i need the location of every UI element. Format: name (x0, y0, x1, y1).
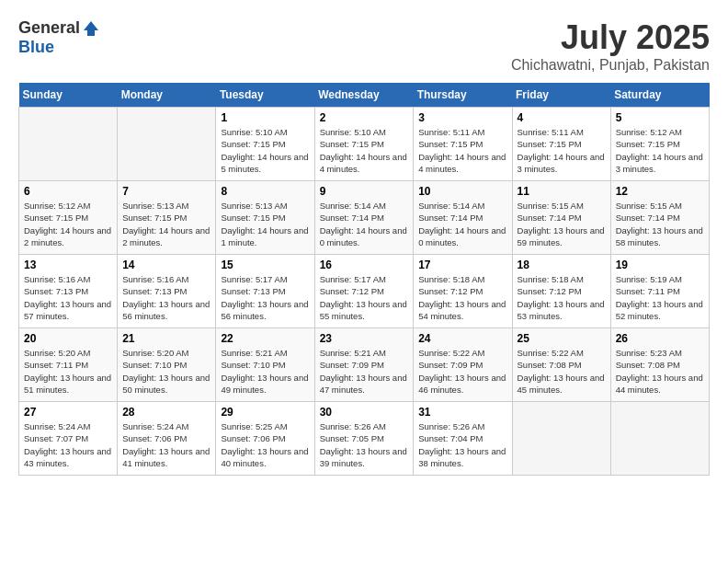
day-info: Sunrise: 5:14 AM Sunset: 7:14 PM Dayligh… (418, 200, 506, 248)
day-cell: 8Sunrise: 5:13 AM Sunset: 7:15 PM Daylig… (216, 181, 314, 255)
header-thursday: Thursday (414, 83, 512, 108)
day-info: Sunrise: 5:18 AM Sunset: 7:12 PM Dayligh… (418, 273, 506, 322)
day-cell (118, 108, 216, 181)
day-info: Sunrise: 5:18 AM Sunset: 7:12 PM Dayligh… (518, 273, 606, 322)
day-number: 22 (221, 332, 309, 345)
day-info: Sunrise: 5:11 AM Sunset: 7:15 PM Dayligh… (518, 126, 606, 175)
day-cell: 6Sunrise: 5:12 AM Sunset: 7:15 PM Daylig… (19, 181, 118, 255)
day-cell: 23Sunrise: 5:21 AM Sunset: 7:09 PM Dayli… (314, 328, 414, 402)
header-wednesday: Wednesday (314, 83, 414, 108)
day-number: 12 (616, 185, 704, 198)
day-number: 28 (122, 406, 210, 419)
day-cell: 24Sunrise: 5:22 AM Sunset: 7:09 PM Dayli… (414, 328, 512, 402)
day-cell: 7Sunrise: 5:13 AM Sunset: 7:15 PM Daylig… (118, 181, 216, 255)
day-number: 16 (320, 259, 409, 271)
day-cell: 16Sunrise: 5:17 AM Sunset: 7:12 PM Dayli… (314, 255, 414, 328)
header-monday: Monday (118, 83, 216, 108)
day-number: 19 (616, 259, 704, 271)
day-info: Sunrise: 5:12 AM Sunset: 7:15 PM Dayligh… (616, 126, 704, 175)
day-number: 18 (518, 259, 606, 271)
day-cell: 2Sunrise: 5:10 AM Sunset: 7:15 PM Daylig… (314, 108, 414, 181)
day-info: Sunrise: 5:16 AM Sunset: 7:13 PM Dayligh… (122, 273, 210, 322)
day-info: Sunrise: 5:13 AM Sunset: 7:15 PM Dayligh… (221, 200, 309, 248)
day-info: Sunrise: 5:17 AM Sunset: 7:13 PM Dayligh… (221, 273, 309, 322)
day-cell: 18Sunrise: 5:18 AM Sunset: 7:12 PM Dayli… (512, 255, 610, 328)
day-number: 30 (320, 406, 409, 419)
week-row-2: 13Sunrise: 5:16 AM Sunset: 7:13 PM Dayli… (19, 255, 710, 328)
day-number: 5 (616, 111, 704, 124)
logo-icon (82, 19, 100, 38)
calendar-header-row: SundayMondayTuesdayWednesdayThursdayFrid… (19, 83, 710, 108)
day-cell (610, 402, 709, 476)
day-cell: 22Sunrise: 5:21 AM Sunset: 7:10 PM Dayli… (216, 328, 314, 402)
header-tuesday: Tuesday (216, 83, 314, 108)
day-info: Sunrise: 5:22 AM Sunset: 7:08 PM Dayligh… (518, 347, 606, 396)
day-cell: 14Sunrise: 5:16 AM Sunset: 7:13 PM Dayli… (118, 255, 216, 328)
day-info: Sunrise: 5:20 AM Sunset: 7:10 PM Dayligh… (122, 347, 210, 396)
day-number: 10 (418, 185, 506, 198)
day-number: 17 (418, 259, 506, 271)
week-row-0: 1Sunrise: 5:10 AM Sunset: 7:15 PM Daylig… (19, 108, 710, 181)
day-number: 6 (24, 185, 112, 198)
day-number: 11 (518, 185, 606, 198)
day-number: 1 (221, 111, 309, 124)
header-sunday: Sunday (19, 83, 118, 108)
day-cell: 5Sunrise: 5:12 AM Sunset: 7:15 PM Daylig… (610, 108, 709, 181)
day-number: 15 (221, 259, 309, 271)
day-number: 2 (320, 111, 409, 124)
day-cell: 30Sunrise: 5:26 AM Sunset: 7:05 PM Dayli… (314, 402, 414, 476)
day-info: Sunrise: 5:20 AM Sunset: 7:11 PM Dayligh… (24, 347, 112, 396)
logo: General Blue (18, 18, 100, 57)
day-cell: 4Sunrise: 5:11 AM Sunset: 7:15 PM Daylig… (512, 108, 610, 181)
day-cell: 13Sunrise: 5:16 AM Sunset: 7:13 PM Dayli… (19, 255, 118, 328)
day-info: Sunrise: 5:24 AM Sunset: 7:07 PM Dayligh… (24, 420, 112, 469)
day-number: 7 (122, 185, 210, 198)
day-cell: 17Sunrise: 5:18 AM Sunset: 7:12 PM Dayli… (414, 255, 512, 328)
day-number: 26 (616, 332, 704, 345)
day-number: 14 (122, 259, 210, 271)
day-number: 24 (418, 332, 506, 345)
day-number: 27 (24, 406, 112, 419)
day-cell: 11Sunrise: 5:15 AM Sunset: 7:14 PM Dayli… (512, 181, 610, 255)
week-row-4: 27Sunrise: 5:24 AM Sunset: 7:07 PM Dayli… (19, 402, 710, 476)
day-cell: 12Sunrise: 5:15 AM Sunset: 7:14 PM Dayli… (610, 181, 709, 255)
day-number: 13 (24, 259, 112, 271)
day-info: Sunrise: 5:19 AM Sunset: 7:11 PM Dayligh… (616, 273, 704, 322)
day-cell: 29Sunrise: 5:25 AM Sunset: 7:06 PM Dayli… (216, 402, 314, 476)
header-saturday: Saturday (610, 83, 709, 108)
day-info: Sunrise: 5:22 AM Sunset: 7:09 PM Dayligh… (418, 347, 506, 396)
day-info: Sunrise: 5:10 AM Sunset: 7:15 PM Dayligh… (320, 126, 409, 175)
day-cell: 28Sunrise: 5:24 AM Sunset: 7:06 PM Dayli… (118, 402, 216, 476)
logo-blue: Blue (18, 38, 54, 57)
day-number: 21 (122, 332, 210, 345)
day-info: Sunrise: 5:23 AM Sunset: 7:08 PM Dayligh… (616, 347, 704, 396)
logo-general: General (18, 18, 80, 38)
day-number: 9 (320, 185, 409, 198)
day-info: Sunrise: 5:26 AM Sunset: 7:04 PM Dayligh… (418, 420, 506, 469)
day-cell: 20Sunrise: 5:20 AM Sunset: 7:11 PM Dayli… (19, 328, 118, 402)
day-info: Sunrise: 5:10 AM Sunset: 7:15 PM Dayligh… (221, 126, 309, 175)
day-cell: 26Sunrise: 5:23 AM Sunset: 7:08 PM Dayli… (610, 328, 709, 402)
svg-marker-0 (84, 21, 98, 36)
day-cell: 1Sunrise: 5:10 AM Sunset: 7:15 PM Daylig… (216, 108, 314, 181)
day-info: Sunrise: 5:26 AM Sunset: 7:05 PM Dayligh… (320, 420, 409, 469)
day-number: 25 (518, 332, 606, 345)
day-number: 20 (24, 332, 112, 345)
calendar-table: SundayMondayTuesdayWednesdayThursdayFrid… (18, 83, 710, 476)
day-cell: 3Sunrise: 5:11 AM Sunset: 7:15 PM Daylig… (414, 108, 512, 181)
location-subtitle: Chichawatni, Punjab, Pakistan (511, 57, 710, 74)
day-info: Sunrise: 5:21 AM Sunset: 7:10 PM Dayligh… (221, 347, 309, 396)
day-info: Sunrise: 5:15 AM Sunset: 7:14 PM Dayligh… (616, 200, 704, 248)
day-number: 4 (518, 111, 606, 124)
day-number: 29 (221, 406, 309, 419)
day-cell (512, 402, 610, 476)
day-info: Sunrise: 5:11 AM Sunset: 7:15 PM Dayligh… (418, 126, 506, 175)
day-cell: 9Sunrise: 5:14 AM Sunset: 7:14 PM Daylig… (314, 181, 414, 255)
day-number: 3 (418, 111, 506, 124)
day-info: Sunrise: 5:25 AM Sunset: 7:06 PM Dayligh… (221, 420, 309, 469)
day-info: Sunrise: 5:21 AM Sunset: 7:09 PM Dayligh… (320, 347, 409, 396)
week-row-3: 20Sunrise: 5:20 AM Sunset: 7:11 PM Dayli… (19, 328, 710, 402)
day-cell: 19Sunrise: 5:19 AM Sunset: 7:11 PM Dayli… (610, 255, 709, 328)
day-cell: 25Sunrise: 5:22 AM Sunset: 7:08 PM Dayli… (512, 328, 610, 402)
day-info: Sunrise: 5:13 AM Sunset: 7:15 PM Dayligh… (122, 200, 210, 248)
